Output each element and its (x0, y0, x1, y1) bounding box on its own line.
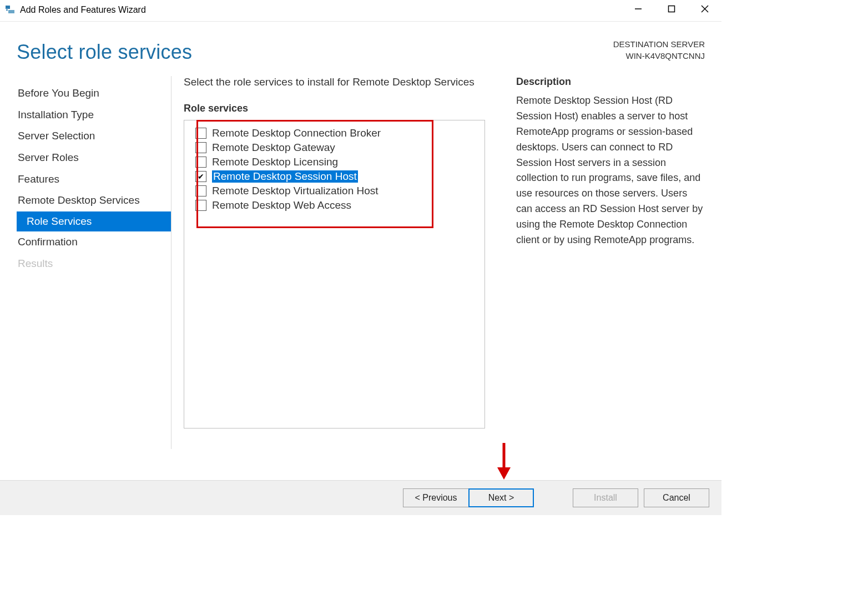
role-virtualization-host[interactable]: Remote Desktop Virtualization Host (195, 184, 473, 198)
role-services-panel: Remote Desktop Connection Broker Remote … (184, 120, 485, 429)
role-label: Remote Desktop Licensing (212, 156, 338, 168)
svg-rect-1 (8, 10, 14, 13)
maximize-button[interactable] (655, 0, 688, 18)
description-column: Description Remote Desktop Session Host … (496, 76, 705, 449)
description-text: Remote Desktop Session Host (RD Session … (516, 93, 705, 248)
cancel-button[interactable]: Cancel (644, 488, 709, 507)
checkbox-icon[interactable] (195, 142, 206, 153)
page-title: Select role services (17, 41, 192, 64)
sidebar-item-confirmation[interactable]: Confirmation (17, 231, 171, 253)
previous-button[interactable]: < Previous (403, 488, 468, 507)
nav-button-group: < Previous Next > (403, 488, 534, 507)
svg-marker-8 (497, 467, 511, 480)
role-licensing[interactable]: Remote Desktop Licensing (195, 155, 473, 169)
sidebar-item-results: Results (17, 253, 171, 275)
minimize-button[interactable] (622, 0, 655, 18)
server-manager-icon (4, 4, 16, 16)
svg-rect-2 (6, 9, 8, 11)
header: Select role services DESTINATION SERVER … (0, 22, 721, 64)
role-gateway[interactable]: Remote Desktop Gateway (195, 140, 473, 155)
role-label: Remote Desktop Web Access (212, 199, 351, 211)
footer: < Previous Next > Install Cancel (0, 480, 721, 515)
center-column: Select the role services to install for … (184, 76, 496, 449)
destination-name: WIN-K4V8QNTCNNJ (613, 50, 705, 62)
svg-rect-0 (6, 6, 10, 9)
sidebar-item-remote-desktop-services[interactable]: Remote Desktop Services (17, 190, 171, 211)
role-label: Remote Desktop Session Host (212, 170, 358, 183)
role-services-label: Role services (184, 103, 496, 114)
role-label: Remote Desktop Virtualization Host (212, 185, 379, 197)
main-content: Select the role services to install for … (171, 76, 705, 449)
checkbox-icon[interactable] (195, 157, 206, 168)
wizard-window: Add Roles and Features Wizard Select rol… (0, 0, 721, 515)
install-button: Install (573, 488, 638, 507)
close-button[interactable] (688, 0, 721, 18)
next-button[interactable]: Next > (468, 488, 534, 507)
checkbox-icon[interactable] (195, 171, 206, 182)
window-controls (622, 0, 721, 18)
window-title: Add Roles and Features Wizard (20, 5, 146, 15)
sidebar-item-installation-type[interactable]: Installation Type (17, 104, 171, 126)
role-connection-broker[interactable]: Remote Desktop Connection Broker (195, 126, 473, 140)
sidebar-item-server-roles[interactable]: Server Roles (17, 147, 171, 169)
svg-rect-4 (669, 6, 675, 12)
description-heading: Description (516, 76, 705, 88)
role-label: Remote Desktop Gateway (212, 142, 335, 154)
sidebar-item-before-you-begin[interactable]: Before You Begin (17, 83, 171, 104)
instruction-text: Select the role services to install for … (184, 76, 496, 88)
wizard-steps-sidebar: Before You Begin Installation Type Serve… (17, 76, 171, 449)
body: Before You Begin Installation Type Serve… (0, 64, 721, 449)
sidebar-item-server-selection[interactable]: Server Selection (17, 125, 171, 147)
title-bar: Add Roles and Features Wizard (0, 0, 721, 20)
role-web-access[interactable]: Remote Desktop Web Access (195, 198, 473, 213)
checkbox-icon[interactable] (195, 200, 206, 211)
sidebar-item-role-services[interactable]: Role Services (17, 211, 171, 231)
checkbox-icon[interactable] (195, 185, 206, 196)
checkbox-icon[interactable] (195, 128, 206, 139)
destination-label: DESTINATION SERVER (613, 38, 705, 50)
role-session-host[interactable]: Remote Desktop Session Host (195, 169, 473, 184)
destination-server: DESTINATION SERVER WIN-K4V8QNTCNNJ (613, 38, 705, 62)
role-label: Remote Desktop Connection Broker (212, 127, 381, 139)
role-services-listbox[interactable]: Remote Desktop Connection Broker Remote … (184, 120, 485, 429)
sidebar-item-features[interactable]: Features (17, 169, 171, 190)
